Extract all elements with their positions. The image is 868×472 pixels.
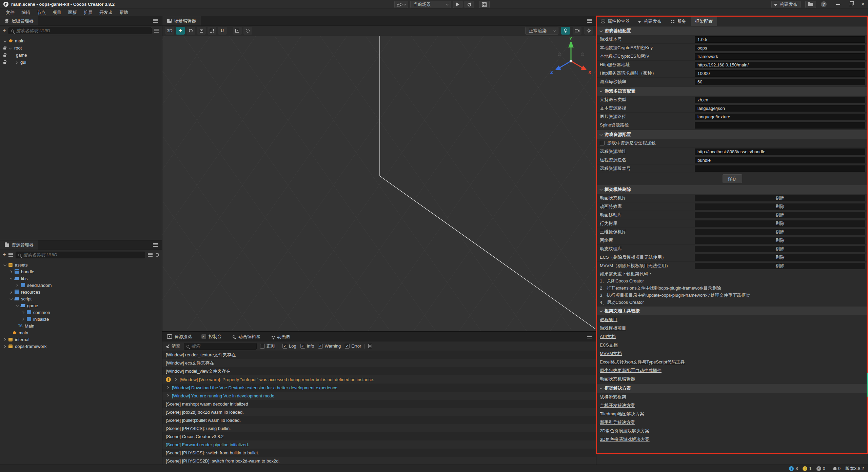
console-panel-menu-button[interactable]	[583, 332, 596, 341]
assets-search-input[interactable]	[23, 252, 142, 257]
hierarchy-node-row[interactable]: main	[0, 37, 162, 44]
maximize-button[interactable]	[849, 3, 852, 6]
remove-module-button[interactable]: 剔除	[695, 254, 865, 261]
asset-node-row[interactable]: bundle	[0, 268, 162, 275]
expand-arrow-icon[interactable]	[14, 304, 20, 307]
menu-item[interactable]: 扩展	[81, 9, 96, 16]
checkbox-checked[interactable]	[300, 344, 305, 349]
anchor-tool-button[interactable]	[218, 27, 227, 35]
console-search-input[interactable]	[191, 343, 254, 349]
log-filter-checkbox[interactable]: Warning	[318, 343, 341, 349]
inspector-tab[interactable]: 框架配置	[691, 16, 717, 26]
remove-module-button[interactable]: 剔除	[695, 203, 865, 210]
console-log-row[interactable]: ! [Scene] [box2d]:box2d wasm lib loaded.	[162, 408, 596, 416]
hierarchy-node-row[interactable]: gui	[0, 59, 162, 66]
hierarchy-searchbox[interactable]	[8, 27, 152, 34]
save-button[interactable]: 保存	[723, 174, 742, 183]
warning-count[interactable]: ! 1	[803, 466, 811, 471]
scene-select-dropdown[interactable]: 当前场景	[410, 1, 451, 8]
solution-link[interactable]: 战棋游戏框架	[600, 394, 626, 400]
hierarchy-panel-menu-button[interactable]	[149, 16, 162, 25]
render-mode-dropdown[interactable]: 正常渲染	[525, 27, 558, 35]
expand-arrow-icon[interactable]	[8, 298, 14, 300]
doc-link[interactable]: ECS文档	[600, 342, 618, 348]
inspector-tab[interactable]: 服务	[666, 16, 691, 26]
tab-scene-editor[interactable]: 场景编辑器	[162, 16, 201, 25]
camera-settings-button[interactable]	[573, 27, 581, 35]
console-tab[interactable]: 资源预览	[162, 332, 197, 341]
section-header-language[interactable]: 游戏多语言配置	[596, 87, 868, 96]
solution-link[interactable]: 全栈开发解决方案	[600, 402, 635, 409]
field-input[interactable]	[695, 149, 865, 155]
error-count[interactable]: × 0	[816, 466, 825, 471]
console-log-row[interactable]: ! [Window] Download the Vue Devtools ext…	[162, 383, 596, 392]
build-publish-button[interactable]: 构建发布	[771, 1, 801, 8]
menu-item[interactable]: 文件	[3, 9, 18, 16]
checkbox-unchecked[interactable]	[260, 344, 265, 349]
section-header-resources[interactable]: 游戏资源配置	[596, 130, 868, 139]
asset-node-row[interactable]: script	[0, 295, 162, 302]
inspector-tab[interactable]: 属性检查器	[596, 16, 634, 26]
inspector-tab[interactable]: 构建发布	[634, 16, 666, 26]
menu-item[interactable]: 面板	[65, 9, 80, 16]
expand-arrow-icon[interactable]	[14, 61, 19, 63]
asset-node-row[interactable]: game	[0, 302, 162, 309]
checkbox-checked[interactable]	[318, 344, 323, 349]
info-count[interactable]: i 3	[789, 466, 798, 471]
expand-arrow-icon[interactable]	[7, 47, 13, 49]
console-log-row[interactable]: ! [Scene] [bullet]:bullet wasm lib loade…	[162, 416, 596, 424]
solution-link[interactable]: 新手引导解决方案	[600, 419, 635, 426]
asset-node-row[interactable]: initialize	[0, 316, 162, 322]
assets-searchbox[interactable]	[16, 252, 145, 258]
field-input[interactable]	[695, 53, 865, 60]
asset-node-row[interactable]: libs	[0, 275, 162, 282]
expand-arrow-icon[interactable]	[2, 345, 7, 347]
asset-node-row[interactable]: seedrandom	[0, 282, 162, 289]
section-header-modules[interactable]: 框架模块剔除	[596, 185, 868, 194]
console-searchbox[interactable]	[184, 343, 257, 350]
open-log-file-button[interactable]	[368, 344, 372, 348]
console-log-row[interactable]: ! [Window] You are running Vue in develo…	[162, 392, 596, 400]
console-log-row[interactable]: ! [Window] ecs文件夹存在	[162, 359, 596, 367]
field-input[interactable]	[695, 105, 865, 112]
doc-link[interactable]: Excel格式转Json文件与TypeScript代码工具	[600, 359, 685, 365]
expand-arrow-icon[interactable]	[8, 271, 14, 273]
menu-item[interactable]: 项目	[50, 9, 64, 16]
field-input[interactable]	[695, 114, 865, 120]
lighting-toggle-button[interactable]	[561, 27, 570, 35]
solution-link[interactable]: 2D角色扮演游戏解决方案	[600, 428, 650, 434]
doc-link[interactable]: API文档	[600, 334, 616, 340]
console-log-row[interactable]: ! [Scene] Forward render pipeline initia…	[162, 440, 596, 449]
remove-module-button[interactable]: 剔除	[695, 237, 865, 244]
log-filter-checkbox[interactable]: Error	[345, 343, 361, 349]
regex-checkbox[interactable]: 正则	[260, 343, 275, 349]
console-log-row[interactable]: ! [Scene] [PHYSICS2D]: switch from box2d…	[162, 457, 596, 465]
scene-viewport[interactable]: Y X Z	[162, 36, 596, 331]
section-header-basic[interactable]: 游戏基础配置	[596, 26, 868, 35]
doc-link[interactable]: MVVM文档	[600, 351, 622, 357]
menu-item[interactable]: 编辑	[18, 9, 33, 16]
console-tab[interactable]: 动画编辑器	[226, 332, 265, 341]
close-button[interactable]: ×	[861, 2, 865, 6]
console-log-row[interactable]: ! [Scene] [PHYSICS]: switch from builtin…	[162, 449, 596, 457]
asset-node-row[interactable]: resources	[0, 289, 162, 295]
menu-item[interactable]: 帮助	[116, 9, 131, 16]
scene-gizmo-settings-button[interactable]	[584, 27, 593, 35]
import-asset-button[interactable]	[8, 253, 13, 257]
remove-module-button[interactable]: 剔除	[695, 246, 865, 252]
field-input[interactable]	[695, 165, 865, 172]
rotation-snap-button[interactable]	[243, 27, 252, 35]
checkbox-checked[interactable]	[282, 344, 287, 349]
clear-console-button[interactable]: 清空	[166, 343, 180, 349]
remove-module-button[interactable]: 剔除	[695, 263, 865, 269]
field-input[interactable]	[695, 97, 865, 103]
log-expand-chevron-icon[interactable]	[174, 378, 177, 381]
assets-panel-menu-button[interactable]	[149, 240, 162, 250]
expand-arrow-icon[interactable]	[2, 40, 7, 42]
section-header-docs[interactable]: 框架文档工具链接	[596, 307, 868, 315]
console-tab[interactable]: 控制台	[197, 332, 226, 341]
checkbox-checked[interactable]	[345, 344, 350, 349]
log-filter-checkbox[interactable]: Info	[300, 343, 314, 349]
menu-item[interactable]: 开发者	[96, 9, 116, 16]
notification-count[interactable]: 0	[833, 466, 841, 471]
